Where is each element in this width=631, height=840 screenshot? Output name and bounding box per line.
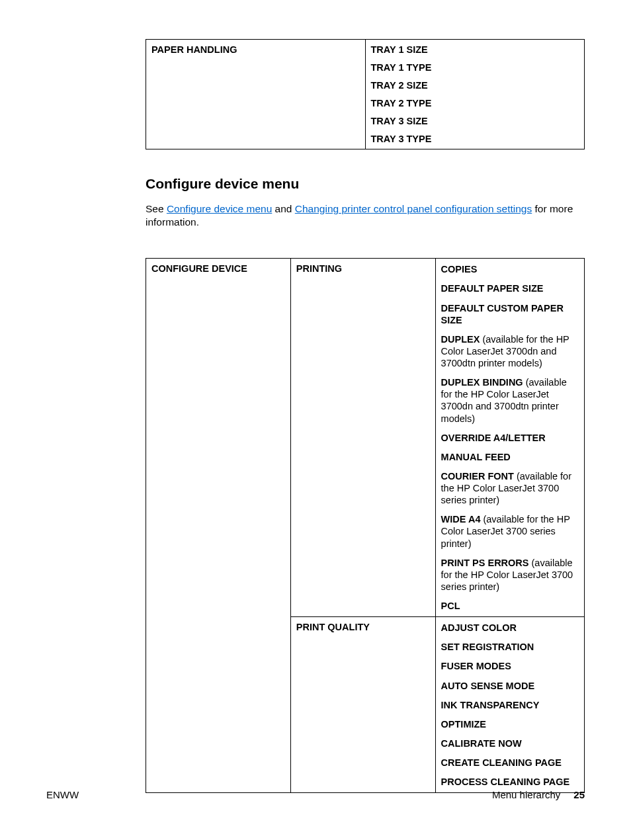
paper-handling-items: TRAY 1 SIZE TRAY 1 TYPE TRAY 2 SIZE TRAY…	[365, 40, 585, 149]
menu-item: ADJUST COLOR	[441, 622, 579, 634]
menu-item: INK TRANSPARENCY	[441, 699, 579, 711]
printing-items: COPIES DEFAULT PAPER SIZE DEFAULT CUSTOM…	[435, 259, 584, 617]
section-intro: See Configure device menu and Changing p…	[146, 202, 585, 229]
menu-item: MANUAL FEED	[441, 451, 579, 463]
menu-item: AUTO SENSE MODE	[441, 680, 579, 692]
menu-item: DUPLEX BINDING (available for the HP Col…	[441, 376, 579, 425]
footer-left: ENWW	[46, 789, 79, 800]
footer-section-label: Menu hierarchy	[492, 789, 560, 800]
print-quality-items: ADJUST COLOR SET REGISTRATION FUSER MODE…	[435, 617, 584, 793]
paper-handling-header: PAPER HANDLING	[146, 40, 366, 149]
menu-item: DUPLEX (available for the HP Color Laser…	[441, 333, 579, 369]
menu-item: CREATE CLEANING PAGE	[441, 757, 579, 769]
page-footer: ENWW Menu hierarchy 25	[46, 789, 585, 800]
tray-item: TRAY 1 TYPE	[371, 62, 579, 73]
paper-handling-table: PAPER HANDLING TRAY 1 SIZE TRAY 1 TYPE T…	[146, 39, 585, 149]
menu-item: DEFAULT PAPER SIZE	[441, 282, 579, 294]
menu-item: CALIBRATE NOW	[441, 737, 579, 749]
menu-item: PCL	[441, 600, 579, 612]
print-quality-header: PRINT QUALITY	[290, 617, 435, 793]
tray-item: TRAY 2 SIZE	[371, 80, 579, 91]
tray-item: TRAY 1 SIZE	[371, 44, 579, 55]
menu-item: DEFAULT CUSTOM PAPER SIZE	[441, 302, 579, 326]
menu-item: COURIER FONT (available for the HP Color…	[441, 470, 579, 506]
tray-item: TRAY 3 SIZE	[371, 116, 579, 126]
link-changing-settings[interactable]: Changing printer control panel configura…	[295, 203, 532, 214]
intro-text: See	[146, 203, 167, 214]
section-heading: Configure device menu	[146, 176, 585, 192]
menu-item: WIDE A4 (available for the HP Color Lase…	[441, 513, 579, 549]
tray-item: TRAY 2 TYPE	[371, 98, 579, 108]
menu-item: PROCESS CLEANING PAGE	[441, 776, 579, 788]
printing-header: PRINTING	[290, 259, 435, 617]
tray-item: TRAY 3 TYPE	[371, 134, 579, 144]
menu-item: OPTIMIZE	[441, 718, 579, 730]
page-number: 25	[573, 789, 585, 800]
menu-item: PRINT PS ERRORS (available for the HP Co…	[441, 557, 579, 593]
menu-item: COPIES	[441, 263, 579, 275]
link-configure-device-menu[interactable]: Configure device menu	[167, 203, 272, 214]
configure-device-table: CONFIGURE DEVICE PRINTING COPIES DEFAULT…	[146, 258, 585, 793]
menu-item: FUSER MODES	[441, 660, 579, 672]
menu-item: SET REGISTRATION	[441, 641, 579, 653]
intro-text: and	[272, 203, 294, 214]
menu-item: OVERRIDE A4/LETTER	[441, 432, 579, 444]
configure-device-header: CONFIGURE DEVICE	[146, 259, 291, 793]
